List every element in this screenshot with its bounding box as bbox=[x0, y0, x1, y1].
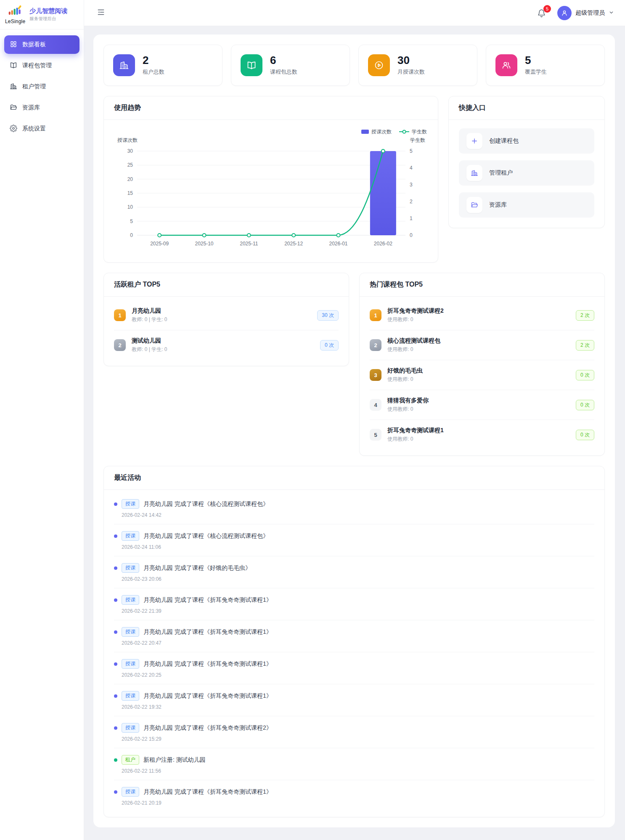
svg-text:30: 30 bbox=[127, 148, 133, 154]
count-badge: 0 次 bbox=[576, 400, 594, 410]
hot-packages-card: 热门课程包 TOP5 1折耳兔奇奇测试课程2使用教师: 02 次2核心流程测试课… bbox=[359, 273, 605, 456]
activity-type-badge: 授课 bbox=[122, 595, 139, 605]
sidebar-item-tenants[interactable]: 租户管理 bbox=[4, 77, 79, 96]
bell-icon bbox=[537, 12, 546, 19]
chevron-down-icon bbox=[609, 9, 614, 17]
activity-timestamp: 2026-02-22 21:39 bbox=[122, 608, 594, 614]
usage-trend-title: 使用趋势 bbox=[104, 96, 438, 120]
activity-type-badge: 授课 bbox=[122, 691, 139, 701]
activity-row: 授课月亮幼儿园 完成了课程《核心流程测试课程包》2026-02-24 14:42 bbox=[114, 492, 594, 524]
people-icon bbox=[495, 54, 517, 76]
activity-line: 授课月亮幼儿园 完成了课程《折耳兔奇奇测试课程1》 bbox=[114, 691, 594, 701]
activity-timestamp: 2026-02-23 20:06 bbox=[122, 576, 594, 582]
rank-badge: 3 bbox=[370, 369, 381, 381]
activity-timestamp: 2026-02-22 19:32 bbox=[122, 704, 594, 710]
activity-dot bbox=[114, 502, 117, 506]
logo-text: LeSingle bbox=[5, 19, 25, 24]
svg-text:2: 2 bbox=[410, 199, 413, 205]
stat-info: 2租户总数 bbox=[143, 55, 164, 76]
activity-timestamp: 2026-02-22 15:29 bbox=[122, 736, 594, 742]
sidebar-item-course-packages[interactable]: 课程包管理 bbox=[4, 56, 79, 75]
svg-text:0: 0 bbox=[130, 232, 133, 238]
dashboard-icon bbox=[10, 40, 17, 49]
dashboard-page: 2租户总数6课程包总数30月授课次数5覆盖学生 使用趋势 授课次数学生数 051… bbox=[93, 35, 615, 827]
activity-type-badge: 授课 bbox=[122, 627, 139, 637]
sidebar-item-resources[interactable]: 资源库 bbox=[4, 98, 79, 117]
svg-text:学生数: 学生数 bbox=[410, 137, 425, 143]
count-badge: 0 次 bbox=[320, 340, 339, 351]
svg-text:0: 0 bbox=[410, 232, 413, 238]
logo-area: LeSingle 少儿智慧阅读 服务管理后台 bbox=[0, 0, 84, 29]
legend-bar-swatch bbox=[361, 129, 369, 135]
app-title-block: 少儿智慧阅读 服务管理后台 bbox=[29, 7, 67, 22]
top-item-info: 折耳兔奇奇测试课程1使用教师: 0 bbox=[387, 427, 444, 443]
hot-packages-title: 热门课程包 TOP5 bbox=[360, 273, 604, 297]
activity-timestamp: 2026-02-24 11:06 bbox=[122, 544, 594, 550]
activity-row: 授课月亮幼儿园 完成了课程《折耳兔奇奇测试课程1》2026-02-22 19:3… bbox=[114, 684, 594, 716]
usage-trend-body: 授课次数学生数 051015202530012345授课次数学生数2025-09… bbox=[104, 120, 438, 262]
content: 2租户总数6课程包总数30月授课次数5覆盖学生 使用趋势 授课次数学生数 051… bbox=[84, 26, 625, 840]
topbar: 5 超级管理员 bbox=[84, 0, 625, 26]
activity-type-badge: 租户 bbox=[122, 755, 139, 765]
activity-row: 授课月亮幼儿园 完成了课程《折耳兔奇奇测试课程1》2026-02-21 20:1… bbox=[114, 780, 594, 812]
sidebar-item-settings[interactable]: 系统设置 bbox=[4, 120, 79, 138]
active-tenants-card: 活跃租户 TOP5 1月亮幼儿园教师: 0 | 学生: 030 次2测试幼儿园教… bbox=[103, 273, 349, 366]
stat-value: 2 bbox=[143, 55, 164, 66]
rank-badge: 2 bbox=[114, 339, 126, 351]
activity-text: 月亮幼儿园 完成了课程《核心流程测试课程包》 bbox=[143, 500, 269, 508]
rank-badge: 4 bbox=[370, 399, 381, 411]
svg-text:4: 4 bbox=[410, 165, 413, 171]
activity-text: 月亮幼儿园 完成了课程《折耳兔奇奇测试课程1》 bbox=[143, 596, 272, 604]
stat-label: 覆盖学生 bbox=[525, 68, 547, 76]
package-row: 1折耳兔奇奇测试课程2使用教师: 02 次 bbox=[370, 300, 594, 330]
user-name: 超级管理员 bbox=[575, 9, 605, 17]
activity-type-badge: 授课 bbox=[122, 563, 139, 573]
sidebar-collapse-button[interactable] bbox=[95, 7, 107, 19]
top-item-name: 折耳兔奇奇测试课程2 bbox=[387, 307, 444, 315]
top-item-name: 月亮幼儿园 bbox=[132, 307, 167, 315]
top-item-name: 核心流程测试课程包 bbox=[387, 337, 440, 345]
stat-card-tenants-total: 2租户总数 bbox=[103, 45, 222, 86]
activity-type-badge: 授课 bbox=[122, 723, 139, 733]
play-circle-icon bbox=[368, 54, 390, 76]
stat-card-packages-total: 6课程包总数 bbox=[231, 45, 350, 86]
activity-text: 月亮幼儿园 完成了课程《折耳兔奇奇测试课程1》 bbox=[143, 660, 272, 668]
rank-badge: 1 bbox=[114, 309, 126, 321]
svg-text:10: 10 bbox=[127, 204, 133, 210]
activity-line: 授课月亮幼儿园 完成了课程《折耳兔奇奇测试课程1》 bbox=[114, 787, 594, 797]
user-menu[interactable]: 超级管理员 bbox=[557, 6, 614, 20]
usage-trend-chart: 051015202530012345授课次数学生数2025-092025-102… bbox=[114, 126, 429, 252]
activity-line: 授课月亮幼儿园 完成了课程《折耳兔奇奇测试课程1》 bbox=[114, 659, 594, 669]
activity-dot bbox=[114, 598, 117, 602]
active-tenants-title: 活跃租户 TOP5 bbox=[104, 273, 349, 297]
package-row: 4猜猜我有多爱你使用教师: 00 次 bbox=[370, 390, 594, 420]
usage-trend-card: 使用趋势 授课次数学生数 051015202530012345授课次数学生数20… bbox=[103, 96, 438, 263]
logo-icon bbox=[8, 5, 22, 18]
notification-count-badge: 5 bbox=[543, 5, 551, 13]
sidebar-item-label: 课程包管理 bbox=[22, 62, 52, 69]
package-row: 2核心流程测试课程包使用教师: 02 次 bbox=[370, 330, 594, 360]
quick-entry-manage-tenants[interactable]: 管理租户 bbox=[459, 160, 594, 186]
sidebar-item-dashboard[interactable]: 数据看板 bbox=[4, 35, 79, 54]
quick-entry-title: 快捷入口 bbox=[449, 96, 604, 120]
sidebar-nav: 数据看板课程包管理租户管理资源库系统设置 bbox=[0, 29, 84, 146]
top-item-info: 测试幼儿园教师: 0 | 学生: 0 bbox=[132, 337, 167, 353]
rank-badge: 5 bbox=[370, 429, 381, 441]
svg-text:5: 5 bbox=[410, 148, 413, 154]
quick-entry-list: 创建课程包管理租户资源库 bbox=[449, 120, 604, 228]
sidebar-item-label: 租户管理 bbox=[22, 83, 46, 90]
chart-legend: 授课次数学生数 bbox=[361, 128, 427, 136]
notification-bell[interactable]: 5 bbox=[537, 8, 548, 19]
top-item-meta: 教师: 0 | 学生: 0 bbox=[132, 316, 167, 323]
tenant-row: 2测试幼儿园教师: 0 | 学生: 00 次 bbox=[114, 330, 339, 360]
top-item-meta: 使用教师: 0 bbox=[387, 376, 423, 383]
legend-item: 学生数 bbox=[399, 128, 427, 136]
building-icon bbox=[113, 54, 135, 76]
top-item-info: 猜猜我有多爱你使用教师: 0 bbox=[387, 397, 429, 413]
quick-entry-resource-library[interactable]: 资源库 bbox=[459, 192, 594, 218]
recent-activity-card: 最近活动 授课月亮幼儿园 完成了课程《核心流程测试课程包》2026-02-24 … bbox=[103, 466, 605, 817]
stat-label: 课程包总数 bbox=[270, 68, 297, 76]
quick-entry-create-package[interactable]: 创建课程包 bbox=[459, 128, 594, 154]
activity-row: 租户新租户注册: 测试幼儿园2026-02-22 11:56 bbox=[114, 748, 594, 780]
logo: LeSingle bbox=[5, 5, 25, 24]
